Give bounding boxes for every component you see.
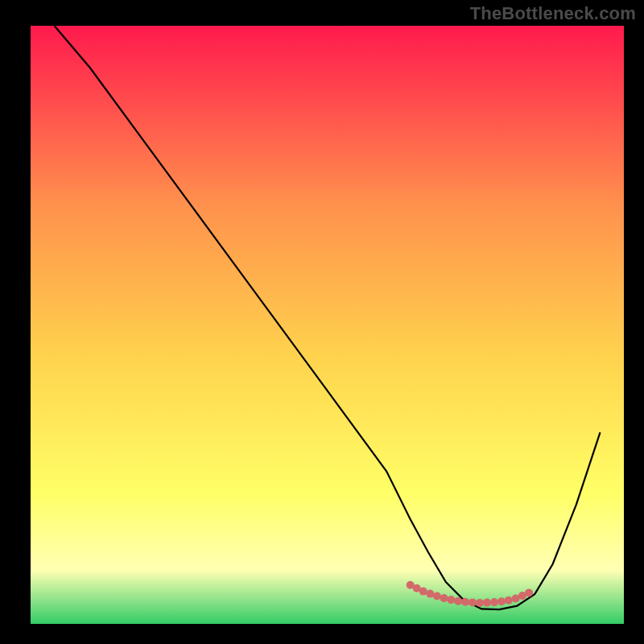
watermark-text: TheBottleneck.com bbox=[470, 3, 636, 24]
svg-point-17 bbox=[525, 588, 533, 597]
plot-background bbox=[31, 26, 624, 624]
svg-point-4 bbox=[433, 592, 441, 601]
chart-svg bbox=[0, 0, 644, 644]
svg-point-2 bbox=[419, 588, 427, 596]
svg-point-5 bbox=[440, 594, 448, 602]
svg-point-8 bbox=[461, 598, 469, 606]
svg-point-3 bbox=[426, 590, 434, 598]
bottleneck-chart: TheBottleneck.com bbox=[0, 0, 644, 644]
svg-point-12 bbox=[490, 598, 498, 606]
svg-point-13 bbox=[497, 597, 506, 605]
svg-point-6 bbox=[447, 596, 455, 604]
svg-point-9 bbox=[469, 598, 477, 606]
svg-point-10 bbox=[476, 599, 484, 607]
svg-point-11 bbox=[483, 599, 491, 607]
svg-point-7 bbox=[454, 597, 462, 605]
svg-point-14 bbox=[505, 597, 513, 605]
